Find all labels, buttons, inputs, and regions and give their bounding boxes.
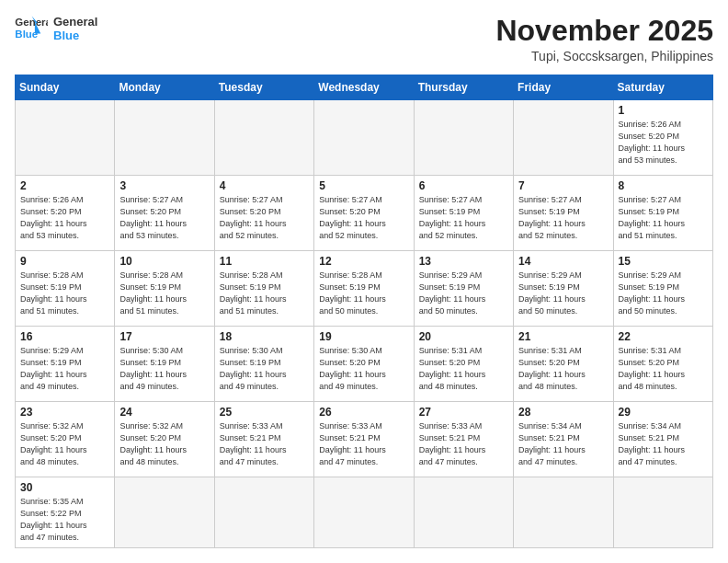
calendar-cell: 14Sunrise: 5:29 AM Sunset: 5:19 PM Dayli… [514, 251, 613, 327]
day-number: 11 [220, 255, 309, 268]
calendar-cell: 11Sunrise: 5:28 AM Sunset: 5:19 PM Dayli… [214, 251, 313, 327]
day-number: 2 [20, 179, 109, 192]
weekday-header-sunday: Sunday [16, 75, 115, 100]
calendar-cell: 18Sunrise: 5:30 AM Sunset: 5:19 PM Dayli… [214, 327, 313, 402]
calendar-cell: 27Sunrise: 5:33 AM Sunset: 5:21 PM Dayli… [414, 402, 513, 477]
calendar-cell [514, 477, 613, 548]
weekday-header-row: SundayMondayTuesdayWednesdayThursdayFrid… [16, 75, 713, 100]
calendar-cell: 28Sunrise: 5:34 AM Sunset: 5:21 PM Dayli… [514, 402, 613, 477]
day-number: 3 [119, 179, 209, 192]
calendar-cell: 3Sunrise: 5:27 AM Sunset: 5:20 PM Daylig… [115, 176, 214, 251]
day-info: Sunrise: 5:33 AM Sunset: 5:21 PM Dayligh… [220, 420, 309, 468]
day-info: Sunrise: 5:31 AM Sunset: 5:20 PM Dayligh… [619, 345, 708, 393]
day-number: 1 [619, 104, 708, 117]
day-number: 14 [518, 255, 608, 268]
day-number: 9 [20, 255, 109, 268]
calendar-cell [214, 477, 313, 548]
calendar-cell: 10Sunrise: 5:28 AM Sunset: 5:19 PM Dayli… [115, 251, 214, 327]
week-row-4: 23Sunrise: 5:32 AM Sunset: 5:20 PM Dayli… [16, 402, 713, 477]
calendar-cell: 15Sunrise: 5:29 AM Sunset: 5:19 PM Dayli… [613, 251, 712, 327]
day-info: Sunrise: 5:30 AM Sunset: 5:19 PM Dayligh… [119, 345, 209, 393]
day-info: Sunrise: 5:28 AM Sunset: 5:19 PM Dayligh… [319, 270, 408, 317]
day-number: 24 [119, 406, 209, 419]
day-info: Sunrise: 5:27 AM Sunset: 5:19 PM Dayligh… [619, 194, 708, 242]
calendar-cell [414, 477, 513, 548]
calendar-cell [115, 477, 214, 548]
calendar-cell [214, 100, 313, 176]
day-info: Sunrise: 5:30 AM Sunset: 5:19 PM Dayligh… [220, 345, 309, 393]
day-number: 10 [119, 255, 209, 268]
day-number: 29 [619, 406, 708, 419]
day-info: Sunrise: 5:28 AM Sunset: 5:19 PM Dayligh… [220, 270, 309, 317]
day-info: Sunrise: 5:33 AM Sunset: 5:21 PM Dayligh… [419, 420, 508, 468]
month-title: November 2025 [495, 15, 713, 47]
day-number: 23 [20, 406, 109, 419]
calendar-cell: 26Sunrise: 5:33 AM Sunset: 5:21 PM Dayli… [314, 402, 414, 477]
logo-blue: Blue [53, 29, 97, 42]
calendar-cell [314, 477, 414, 548]
calendar-cell: 25Sunrise: 5:33 AM Sunset: 5:21 PM Dayli… [214, 402, 313, 477]
calendar-cell: 23Sunrise: 5:32 AM Sunset: 5:20 PM Dayli… [16, 402, 115, 477]
weekday-header-tuesday: Tuesday [214, 75, 313, 100]
calendar-cell: 4Sunrise: 5:27 AM Sunset: 5:20 PM Daylig… [214, 176, 313, 251]
logo-icon: General Blue [15, 15, 48, 42]
calendar-cell: 2Sunrise: 5:26 AM Sunset: 5:20 PM Daylig… [16, 176, 115, 251]
week-row-3: 16Sunrise: 5:29 AM Sunset: 5:19 PM Dayli… [16, 327, 713, 402]
calendar-cell [16, 100, 115, 176]
day-info: Sunrise: 5:27 AM Sunset: 5:19 PM Dayligh… [419, 194, 508, 242]
page-header: General Blue General Blue November 2025 … [15, 15, 713, 63]
day-number: 7 [518, 179, 608, 192]
day-number: 13 [419, 255, 508, 268]
calendar-cell [314, 100, 414, 176]
day-info: Sunrise: 5:27 AM Sunset: 5:19 PM Dayligh… [518, 194, 608, 242]
calendar-cell: 24Sunrise: 5:32 AM Sunset: 5:20 PM Dayli… [115, 402, 214, 477]
svg-text:Blue: Blue [15, 29, 38, 40]
day-info: Sunrise: 5:29 AM Sunset: 5:19 PM Dayligh… [518, 270, 608, 317]
logo-general: General [53, 15, 97, 29]
day-info: Sunrise: 5:34 AM Sunset: 5:21 PM Dayligh… [619, 420, 708, 468]
title-block: November 2025 Tupi, Soccsksargen, Philip… [495, 15, 713, 63]
day-info: Sunrise: 5:28 AM Sunset: 5:19 PM Dayligh… [119, 270, 209, 317]
day-info: Sunrise: 5:27 AM Sunset: 5:20 PM Dayligh… [119, 194, 209, 242]
day-info: Sunrise: 5:32 AM Sunset: 5:20 PM Dayligh… [20, 420, 109, 468]
day-number: 17 [119, 330, 209, 343]
day-number: 18 [220, 330, 309, 343]
day-info: Sunrise: 5:30 AM Sunset: 5:20 PM Dayligh… [319, 345, 408, 393]
day-number: 27 [419, 406, 508, 419]
calendar-cell: 1Sunrise: 5:26 AM Sunset: 5:20 PM Daylig… [613, 100, 712, 176]
day-number: 25 [220, 406, 309, 419]
weekday-header-thursday: Thursday [414, 75, 513, 100]
location: Tupi, Soccsksargen, Philippines [495, 49, 713, 63]
calendar-cell: 5Sunrise: 5:27 AM Sunset: 5:20 PM Daylig… [314, 176, 414, 251]
weekday-header-friday: Friday [514, 75, 613, 100]
day-number: 22 [619, 330, 708, 343]
calendar-cell: 7Sunrise: 5:27 AM Sunset: 5:19 PM Daylig… [514, 176, 613, 251]
day-info: Sunrise: 5:35 AM Sunset: 5:22 PM Dayligh… [20, 496, 109, 544]
day-info: Sunrise: 5:32 AM Sunset: 5:20 PM Dayligh… [119, 420, 209, 468]
day-number: 12 [319, 255, 408, 268]
week-row-1: 2Sunrise: 5:26 AM Sunset: 5:20 PM Daylig… [16, 176, 713, 251]
day-number: 21 [518, 330, 608, 343]
day-info: Sunrise: 5:29 AM Sunset: 5:19 PM Dayligh… [20, 345, 109, 393]
day-number: 30 [20, 481, 109, 494]
week-row-2: 9Sunrise: 5:28 AM Sunset: 5:19 PM Daylig… [16, 251, 713, 327]
day-info: Sunrise: 5:26 AM Sunset: 5:20 PM Dayligh… [20, 194, 109, 242]
calendar-cell [613, 477, 712, 548]
calendar-cell [414, 100, 513, 176]
day-number: 15 [619, 255, 708, 268]
logo: General Blue General Blue [15, 15, 97, 42]
weekday-header-wednesday: Wednesday [314, 75, 414, 100]
day-info: Sunrise: 5:29 AM Sunset: 5:19 PM Dayligh… [619, 270, 708, 317]
day-number: 28 [518, 406, 608, 419]
day-info: Sunrise: 5:29 AM Sunset: 5:19 PM Dayligh… [419, 270, 508, 317]
weekday-header-monday: Monday [115, 75, 214, 100]
day-info: Sunrise: 5:27 AM Sunset: 5:20 PM Dayligh… [220, 194, 309, 242]
calendar-table: SundayMondayTuesdayWednesdayThursdayFrid… [15, 75, 713, 548]
calendar-cell: 22Sunrise: 5:31 AM Sunset: 5:20 PM Dayli… [613, 327, 712, 402]
day-number: 8 [619, 179, 708, 192]
calendar-cell: 6Sunrise: 5:27 AM Sunset: 5:19 PM Daylig… [414, 176, 513, 251]
calendar-cell: 21Sunrise: 5:31 AM Sunset: 5:20 PM Dayli… [514, 327, 613, 402]
calendar-cell: 8Sunrise: 5:27 AM Sunset: 5:19 PM Daylig… [613, 176, 712, 251]
calendar-cell: 12Sunrise: 5:28 AM Sunset: 5:19 PM Dayli… [314, 251, 414, 327]
calendar-cell: 30Sunrise: 5:35 AM Sunset: 5:22 PM Dayli… [16, 477, 115, 548]
